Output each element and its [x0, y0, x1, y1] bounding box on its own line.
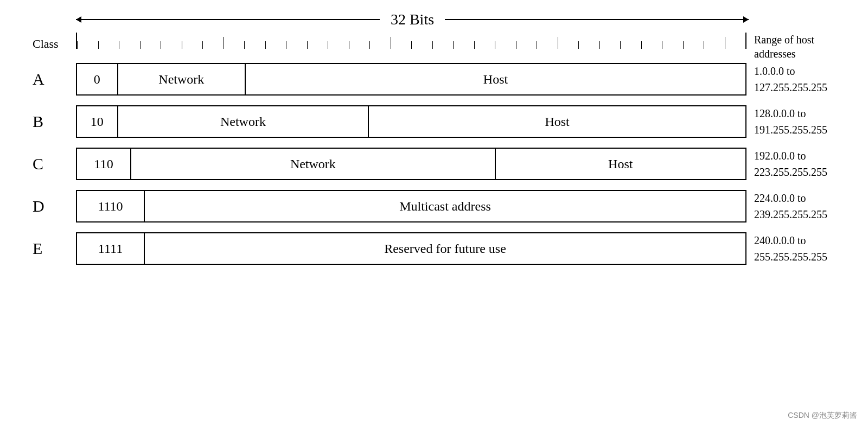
- ruler: [76, 33, 746, 49]
- class-diagram-d: 1110Multicast address: [76, 190, 746, 222]
- ruler-tick: [495, 41, 516, 49]
- ruler-tick: [77, 41, 98, 49]
- ruler-tick: [662, 41, 683, 49]
- range-label-d: 224.0.0.0 to239.255.255.255: [749, 190, 857, 222]
- arrow-right: [445, 19, 749, 20]
- class-diagram-e: 1111Reserved for future use: [76, 232, 746, 265]
- segment-e-1: Reserved for future use: [145, 233, 745, 264]
- watermark: CSDN @泡芙萝莉酱: [788, 411, 857, 421]
- class-letter-c: C: [33, 155, 76, 173]
- ruler-tick: [182, 41, 203, 49]
- ruler-tick: [537, 41, 558, 49]
- class-row-a: A0NetworkHost1.0.0.0 to127.255.255.255: [33, 63, 857, 96]
- segment-e-0: 1111: [77, 233, 145, 264]
- ruler-tick: [98, 41, 119, 49]
- class-diagram-b: 10NetworkHost: [76, 105, 746, 138]
- segment-a-1: Network: [118, 64, 246, 94]
- class-diagram-a: 0NetworkHost: [76, 63, 746, 96]
- class-column-header: Class: [33, 33, 76, 51]
- segment-c-0: 110: [77, 149, 131, 179]
- ruler-tick: [704, 41, 725, 49]
- range-label-e: 240.0.0.0 to255.255.255.255: [749, 232, 857, 265]
- class-row-e: E1111Reserved for future use240.0.0.0 to…: [33, 232, 857, 265]
- ruler-row: Class Range of hostaddresses: [33, 33, 857, 61]
- class-diagram-c: 110NetworkHost: [76, 148, 746, 180]
- ruler-tick: [599, 41, 621, 49]
- ruler-container: [76, 33, 746, 49]
- ruler-tick: [161, 41, 182, 49]
- segment-c-1: Network: [131, 149, 495, 179]
- ruler-tick: [474, 41, 495, 49]
- class-row-c: C110NetworkHost192.0.0.0 to223.255.255.2…: [33, 148, 857, 180]
- segment-a-0: 0: [77, 64, 118, 94]
- ruler-tick: [244, 41, 265, 49]
- ruler-tick: [391, 37, 412, 49]
- class-letter-d: D: [33, 197, 76, 215]
- range-label-b: 128.0.0.0 to191.255.255.255: [749, 105, 857, 138]
- range-label-a: 1.0.0.0 to127.255.255.255: [749, 63, 857, 96]
- ruler-tick: [286, 41, 307, 49]
- ruler-tick: [516, 41, 537, 49]
- ruler-tick: [432, 41, 454, 49]
- ruler-tick: [411, 41, 432, 49]
- segment-d-0: 1110: [77, 191, 145, 221]
- class-letter-b: B: [33, 112, 76, 131]
- ruler-tick: [558, 37, 579, 49]
- ruler-tick: [328, 41, 349, 49]
- ruler-tick: [641, 41, 662, 49]
- ruler-tick: [620, 41, 641, 49]
- ruler-tick: [725, 37, 746, 49]
- segment-b-1: Network: [118, 106, 369, 137]
- ruler-tick: [265, 41, 286, 49]
- ruler-tick: [453, 41, 474, 49]
- class-row-d: D1110Multicast address224.0.0.0 to239.25…: [33, 190, 857, 222]
- class-row-b: B10NetworkHost128.0.0.0 to191.255.255.25…: [33, 105, 857, 138]
- ruler-tick: [202, 41, 224, 49]
- arrow-left: [76, 19, 380, 20]
- ruler-tick: [578, 41, 599, 49]
- bits-arrow: 32 Bits: [76, 11, 749, 28]
- segment-a-2: Host: [246, 64, 745, 94]
- ruler-tick: [683, 41, 704, 49]
- ruler-tick: [140, 41, 161, 49]
- bits-label: 32 Bits: [380, 11, 445, 28]
- segment-d-1: Multicast address: [145, 191, 745, 221]
- range-label-c: 192.0.0.0 to223.255.255.255: [749, 148, 857, 180]
- bits-header: 32 Bits: [76, 11, 749, 28]
- ruler-tick: [349, 41, 370, 49]
- ruler-tick: [369, 41, 391, 49]
- ruler-tick: [224, 37, 245, 49]
- class-letter-a: A: [33, 70, 76, 88]
- segment-b-2: Host: [369, 106, 745, 137]
- segment-b-0: 10: [77, 106, 118, 137]
- range-column-header: Range of hostaddresses: [749, 33, 857, 61]
- ruler-tick: [307, 41, 328, 49]
- class-rows-container: A0NetworkHost1.0.0.0 to127.255.255.255B1…: [33, 63, 857, 265]
- segment-c-2: Host: [496, 149, 746, 179]
- class-letter-e: E: [33, 239, 76, 258]
- ruler-tick: [119, 41, 140, 49]
